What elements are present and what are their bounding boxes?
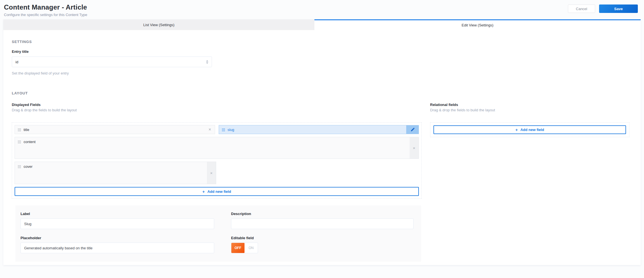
remove-field-icon[interactable]: × xyxy=(410,137,419,159)
field-item-title[interactable]: title × xyxy=(15,125,215,134)
field-name: slug xyxy=(228,128,234,132)
tab-edit-view-settings[interactable]: Edit View (Settings) xyxy=(314,19,641,30)
save-button[interactable]: Save xyxy=(599,4,638,13)
placeholder-form-group: Placeholder xyxy=(20,236,214,253)
tab-list-view-settings[interactable]: List View (Settings) xyxy=(3,19,314,30)
field-edit-panel: Label Description Placeholder Editable f… xyxy=(15,205,421,262)
header-actions: Cancel Save xyxy=(568,4,638,13)
field-item-head: cover xyxy=(15,162,216,171)
description-field-label: Description xyxy=(231,212,414,216)
relational-fields-subtitle: Drag & drop the fields to build the layo… xyxy=(430,108,629,112)
cancel-button[interactable]: Cancel xyxy=(568,4,595,13)
add-relational-field-button[interactable]: + Add new field xyxy=(433,125,626,134)
field-item-content[interactable]: content × xyxy=(15,137,419,159)
drag-handle-icon[interactable] xyxy=(18,128,21,131)
settings-section-heading: Settings xyxy=(12,40,632,44)
add-field-label: Add new field xyxy=(207,189,231,194)
editable-form-group: Editable field OFF ON xyxy=(231,236,414,253)
page-title: Content Manager - Article xyxy=(4,3,87,11)
relational-fields-dropzone: + Add new field xyxy=(430,122,629,137)
placeholder-field-label: Placeholder xyxy=(20,236,214,240)
remove-field-icon[interactable]: × xyxy=(205,125,215,134)
entry-title-helper: Set the displayed field of your entry xyxy=(12,71,632,75)
add-displayed-field-button[interactable]: + Add new field xyxy=(15,187,419,196)
editable-field-label: Editable field xyxy=(231,236,414,240)
relational-fields-title: Relational fields xyxy=(430,103,629,107)
field-item-slug[interactable]: slug xyxy=(219,125,419,134)
field-item-cover[interactable]: cover × xyxy=(15,162,216,184)
plus-icon: + xyxy=(202,189,205,194)
displayed-fields-column: Displayed Fields Drag & drop the fields … xyxy=(12,103,422,199)
entry-title-select-value: id xyxy=(15,60,206,64)
field-name: content xyxy=(24,140,36,144)
drag-handle-icon[interactable] xyxy=(18,165,21,168)
editable-field-toggle[interactable]: OFF ON xyxy=(231,243,258,253)
toggle-off-option[interactable]: OFF xyxy=(231,243,245,253)
edit-field-button[interactable] xyxy=(406,125,419,134)
edit-pencil-icon xyxy=(410,128,415,132)
placeholder-input[interactable] xyxy=(20,243,214,253)
page-subtitle: Configure the specific settings for this… xyxy=(4,13,87,17)
page-header: Content Manager - Article Configure the … xyxy=(0,0,644,17)
drag-handle-icon[interactable] xyxy=(222,128,225,131)
layout-section-heading: Layout xyxy=(12,91,632,95)
add-field-label: Add new field xyxy=(520,128,544,132)
entry-title-label: Entry title xyxy=(12,49,632,54)
entry-title-select[interactable]: id xyxy=(12,56,212,67)
field-name: cover xyxy=(24,164,33,169)
toggle-on-option[interactable]: ON xyxy=(245,243,258,253)
relational-fields-column: Relational fields Drag & drop the fields… xyxy=(430,103,629,199)
view-tabs: List View (Settings) Edit View (Settings… xyxy=(3,19,641,30)
description-input[interactable] xyxy=(231,218,414,229)
page-header-titles: Content Manager - Article Configure the … xyxy=(4,3,87,17)
card-body: Settings Entry title id Set the displaye… xyxy=(3,30,641,265)
remove-field-icon[interactable]: × xyxy=(207,162,216,184)
plus-icon: + xyxy=(515,127,518,132)
label-field-label: Label xyxy=(20,212,214,216)
field-item-head: content xyxy=(15,137,419,146)
field-name: title xyxy=(24,128,29,132)
drag-handle-icon[interactable] xyxy=(18,140,21,143)
label-input[interactable] xyxy=(20,218,214,229)
label-form-group: Label xyxy=(20,212,214,229)
description-form-group: Description xyxy=(231,212,414,229)
layout-columns: Displayed Fields Drag & drop the fields … xyxy=(12,103,632,199)
displayed-fields-title: Displayed Fields xyxy=(12,103,422,107)
settings-card: List View (Settings) Edit View (Settings… xyxy=(3,19,641,265)
field-row: title × slug xyxy=(15,125,419,134)
displayed-fields-subtitle: Drag & drop the fields to build the layo… xyxy=(12,108,422,112)
select-stepper-icon xyxy=(206,60,208,64)
displayed-fields-dropzone: title × slug xyxy=(12,122,422,199)
